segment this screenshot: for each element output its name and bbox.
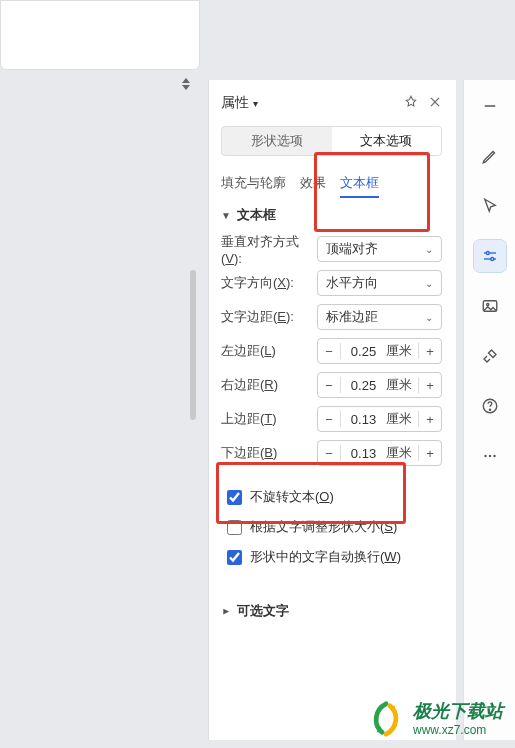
select-text-margin[interactable]: 标准边距 ⌄ [317, 304, 442, 330]
subtab-fill-outline[interactable]: 填充与轮廓 [221, 174, 286, 192]
watermark: 极光下载站 www.xz7.com [367, 700, 503, 738]
section-alttext-header[interactable]: ▼ 可选文字 [221, 602, 442, 620]
tools-icon[interactable] [474, 340, 506, 372]
collapse-triangle-icon: ▼ [221, 210, 231, 221]
section-textbox-header[interactable]: ▼ 文本框 [221, 206, 442, 224]
more-icon[interactable] [474, 440, 506, 472]
help-icon[interactable] [474, 390, 506, 422]
svg-point-2 [486, 252, 489, 255]
label-margin-right: 右边距(R) [221, 376, 317, 394]
label-margin-top: 上边距(T) [221, 410, 317, 428]
settings-sliders-icon[interactable] [474, 240, 506, 272]
label-no-rotate-text: 不旋转文本(O) [250, 488, 334, 506]
margin-left-value: 0.25 [341, 344, 386, 359]
label-margin-left: 左边距(L) [221, 342, 317, 360]
label-margin-bottom: 下边距(B) [221, 444, 317, 462]
subtab-textbox[interactable]: 文本框 [340, 174, 379, 192]
document-canvas[interactable] [0, 0, 200, 70]
label-autowrap-text: 形状中的文字自动换行(W) [250, 548, 401, 566]
pin-icon[interactable] [404, 95, 418, 112]
svg-point-9 [484, 455, 486, 457]
svg-point-4 [490, 258, 493, 261]
decrement-button[interactable]: − [318, 344, 340, 359]
pen-icon[interactable] [474, 140, 506, 172]
checkbox-no-rotate-text[interactable] [227, 490, 242, 505]
chevron-down-icon: ⌄ [425, 244, 433, 255]
panel-title[interactable]: 属性 ▾ [221, 94, 258, 112]
margin-right-value: 0.25 [341, 378, 386, 393]
panel-title-text: 属性 [221, 94, 249, 112]
label-autosize-shape: 根据文字调整形状大小(S) [250, 518, 397, 536]
option-tabs: 形状选项 文本选项 [221, 126, 442, 156]
spinner-margin-left[interactable]: − 0.25 厘米 + [317, 338, 442, 364]
margin-top-unit: 厘米 [386, 410, 418, 428]
label-valign: 垂直对齐方式(V): [221, 233, 317, 266]
label-text-margin: 文字边距(E): [221, 308, 317, 326]
label-text-direction: 文字方向(X): [221, 274, 317, 292]
svg-point-10 [488, 455, 490, 457]
section-textbox-title: 文本框 [237, 206, 276, 224]
select-valign-value: 顶端对齐 [326, 240, 378, 258]
tab-text-options[interactable]: 文本选项 [332, 127, 442, 155]
increment-button[interactable]: + [419, 412, 441, 427]
spinner-margin-top[interactable]: − 0.13 厘米 + [317, 406, 442, 432]
watermark-name: 极光下载站 [413, 701, 503, 723]
margin-top-value: 0.13 [341, 412, 386, 427]
picture-icon[interactable] [474, 290, 506, 322]
margin-left-unit: 厘米 [386, 342, 418, 360]
increment-button[interactable]: + [419, 344, 441, 359]
select-valign[interactable]: 顶端对齐 ⌄ [317, 236, 442, 262]
spinner-margin-bottom[interactable]: − 0.13 厘米 + [317, 440, 442, 466]
properties-panel: 属性 ▾ 形状选项 文本选项 填充与轮廓 效果 文本框 ▼ 文本框 垂直对齐方式… [208, 80, 456, 740]
select-tmargin-value: 标准边距 [326, 308, 378, 326]
svg-point-6 [486, 303, 488, 305]
chevron-down-icon: ⌄ [425, 312, 433, 323]
minimize-button[interactable] [474, 90, 506, 122]
checkbox-autosize-shape[interactable] [227, 520, 242, 535]
expand-triangle-icon: ▼ [220, 606, 231, 616]
decrement-button[interactable]: − [318, 446, 340, 461]
select-tdir-value: 水平方向 [326, 274, 378, 292]
subtab-effect[interactable]: 效果 [300, 174, 326, 192]
chevron-down-icon: ▾ [253, 98, 258, 109]
decrement-button[interactable]: − [318, 412, 340, 427]
margin-right-unit: 厘米 [386, 376, 418, 394]
chevron-down-icon: ⌄ [425, 278, 433, 289]
logo-icon [367, 700, 405, 738]
margin-bottom-unit: 厘米 [386, 444, 418, 462]
margin-bottom-value: 0.13 [341, 446, 386, 461]
increment-button[interactable]: + [419, 378, 441, 393]
svg-point-8 [489, 409, 490, 410]
checkbox-autowrap-text[interactable] [227, 550, 242, 565]
svg-point-11 [493, 455, 495, 457]
close-icon[interactable] [428, 95, 442, 112]
right-side-toolbar [463, 80, 515, 740]
select-text-direction[interactable]: 水平方向 ⌄ [317, 270, 442, 296]
decrement-button[interactable]: − [318, 378, 340, 393]
spinner-margin-right[interactable]: − 0.25 厘米 + [317, 372, 442, 398]
tab-shape-options[interactable]: 形状选项 [222, 127, 332, 155]
collapse-handle[interactable] [180, 78, 192, 90]
increment-button[interactable]: + [419, 446, 441, 461]
section-alttext-title: 可选文字 [237, 602, 289, 620]
scrollbar[interactable] [190, 270, 196, 420]
cursor-icon[interactable] [474, 190, 506, 222]
text-subtabs: 填充与轮廓 效果 文本框 [221, 170, 442, 196]
watermark-url: www.xz7.com [413, 723, 503, 737]
